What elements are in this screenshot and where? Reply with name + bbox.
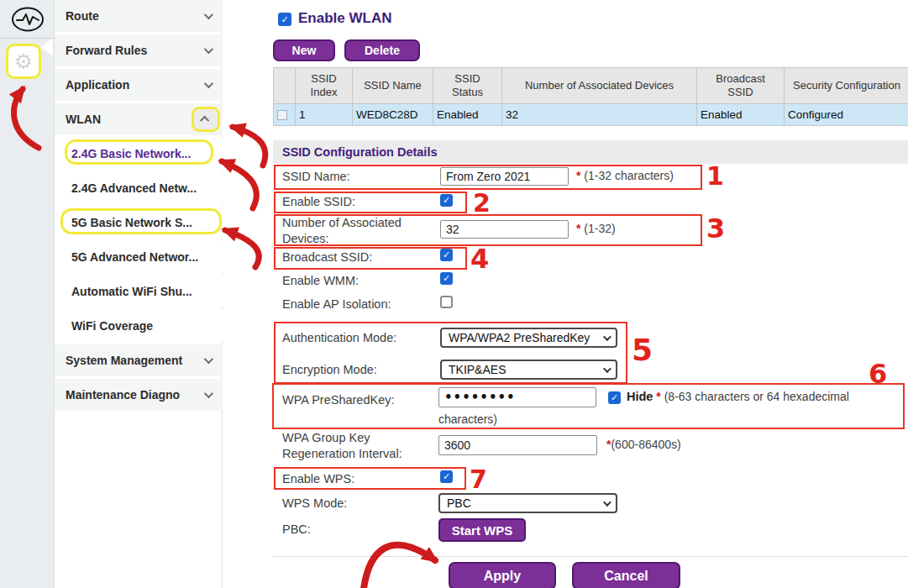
gear-icon: ⚙ [14, 51, 33, 72]
sidebar-item-24g-basic[interactable]: 2.4G Basic Network... [55, 138, 223, 170]
chevron-down-icon [204, 79, 213, 88]
group-key-hint: *(600-86400s) [606, 438, 681, 451]
ssid-name-label: SSID Name: [282, 170, 350, 183]
sidebar-item-24g-advanced[interactable]: 2.4G Advanced Netw... [55, 172, 223, 204]
sidebar-item-5g-advanced[interactable]: 5G Advanced Networ... [55, 241, 223, 273]
footer-divider [273, 556, 908, 557]
annotation-number-4: 4 [470, 243, 489, 275]
sidebar-callout-arrow [41, 38, 53, 56]
arrow-to-apply-button [363, 545, 435, 588]
new-button[interactable]: New [273, 39, 335, 61]
sidebar-item-application[interactable]: Application [55, 69, 223, 101]
table-row: 1 WED8C28D Enabled 32 Enabled Configured [274, 104, 908, 126]
chevron-down-icon [204, 389, 213, 398]
chevron-down-icon [204, 45, 213, 54]
router-admin-page: ⚙ Route Forward Rules Application WLAN 2… [0, 0, 908, 588]
auth-mode-label: Authentication Mode: [282, 331, 396, 344]
arrow-to-24g-basic [222, 161, 256, 208]
annotation-number-5: 5 [632, 333, 653, 367]
enable-wmm-checkbox[interactable] [440, 272, 453, 285]
enable-wps-checkbox[interactable] [440, 470, 453, 483]
header-ssid-status: SSID Status [433, 68, 502, 104]
sidebar-item-auto-wifi-shutdown[interactable]: Automatic WiFi Shu... [55, 276, 223, 307]
cell-ssid-status: Enabled [433, 104, 502, 126]
header-broadcast-ssid: Broadcast SSID [697, 68, 785, 104]
sidebar-item-route[interactable]: Route [55, 0, 223, 32]
annotation-number-7: 7 [470, 465, 487, 494]
arrow-to-5g-basic [225, 230, 259, 267]
auth-mode-select[interactable]: WPA/WPA2 PreSharedKey [440, 328, 617, 348]
hide-checkbox[interactable] [608, 391, 621, 404]
sidebar-item-system-management[interactable]: System Management [55, 344, 223, 376]
sidebar-item-wifi-coverage[interactable]: WiFi Coverage [55, 310, 223, 342]
annotation-number-2: 2 [473, 188, 491, 218]
annotation-number-3: 3 [706, 213, 725, 244]
cell-security-config: Configured [785, 104, 908, 126]
wps-mode-select[interactable]: PBC [438, 493, 617, 513]
header-ssid-index: SSID Index [296, 68, 353, 104]
assoc-devices-hint: * (1-32) [576, 222, 616, 235]
pulse-status-icon[interactable] [11, 6, 45, 33]
broadcast-ssid-checkbox[interactable] [440, 249, 453, 261]
icon-rail: ⚙ [0, 0, 55, 588]
ap-isolation-label: Enable AP Isolation: [282, 297, 391, 311]
psk-row: Hide * (8-63 characters or 64 hexadecima… [438, 386, 908, 431]
delete-button[interactable]: Delete [344, 39, 420, 61]
enable-wmm-label: Enable WMM: [282, 274, 359, 287]
wps-mode-label: WPS Mode: [282, 496, 347, 510]
ssid-name-hint: * (1-32 characters) [576, 169, 674, 182]
chevron-down-icon [603, 498, 611, 507]
psk-label: WPA PreSharedKey: [282, 393, 395, 407]
wlan-collapse-button[interactable] [192, 107, 220, 132]
chevron-down-icon [603, 365, 611, 373]
broadcast-ssid-label: Broadcast SSID: [282, 250, 372, 264]
ap-isolation-checkbox[interactable] [440, 296, 453, 308]
enable-wlan-label: Enable WLAN [298, 10, 391, 27]
sidebar-item-5g-basic[interactable]: 5G Basic Network S... [55, 207, 223, 239]
header-select [274, 68, 296, 104]
chevron-up-icon [200, 116, 209, 125]
enable-ssid-checkbox[interactable] [440, 194, 453, 207]
group-key-label: WPA Group Key Regeneration Interval: [282, 430, 438, 462]
apply-button[interactable]: Apply [449, 562, 556, 588]
cell-broadcast-ssid: Enabled [697, 104, 785, 126]
row-checkbox[interactable] [277, 110, 287, 120]
settings-gear-button[interactable]: ⚙ [6, 44, 41, 79]
section-title: SSID Configuration Details [273, 140, 908, 164]
psk-input[interactable] [438, 387, 596, 407]
table-header-row: SSID Index SSID Name SSID Status Number … [274, 68, 908, 104]
assoc-devices-label: Number of Associated Devices: [282, 215, 429, 247]
enable-ssid-label: Enable SSID: [282, 195, 355, 208]
header-security-config: Security Configuration [785, 68, 908, 104]
enc-mode-label: Encryption Mode: [282, 363, 377, 376]
chevron-down-icon [204, 10, 213, 19]
group-key-input[interactable] [438, 435, 597, 455]
chevron-down-icon [204, 354, 213, 364]
arrow-to-wlan-chevron [233, 127, 265, 165]
chevron-down-icon [603, 333, 611, 341]
enable-wlan-checkbox[interactable] [278, 13, 291, 26]
cell-ssid-index: 1 [296, 104, 353, 126]
enc-mode-select[interactable]: TKIP&AES [440, 360, 617, 380]
ssid-name-input[interactable] [440, 167, 569, 186]
cell-assoc-devices: 32 [502, 104, 697, 126]
assoc-devices-input[interactable] [440, 220, 569, 239]
pbc-label: PBC: [282, 522, 311, 536]
sidebar-item-forward-rules[interactable]: Forward Rules [55, 34, 223, 66]
ssid-table: SSID Index SSID Name SSID Status Number … [273, 67, 908, 126]
header-ssid-name: SSID Name [353, 68, 433, 104]
annotation-number-1: 1 [706, 161, 724, 191]
cancel-button[interactable]: Cancel [572, 562, 680, 588]
header-assoc-devices: Number of Associated Devices [502, 68, 697, 104]
enable-wps-label: Enable WPS: [282, 472, 354, 486]
sidebar-item-wlan[interactable]: WLAN [55, 103, 223, 135]
sidebar-item-maintenance-diagnose[interactable]: Maintenance Diagno [55, 379, 223, 411]
sidebar-nav: Route Forward Rules Application WLAN 2.4… [55, 0, 223, 588]
hide-label: Hide [627, 390, 653, 403]
start-wps-button[interactable]: Start WPS [438, 518, 526, 542]
cell-ssid-name: WED8C28D [353, 104, 433, 126]
